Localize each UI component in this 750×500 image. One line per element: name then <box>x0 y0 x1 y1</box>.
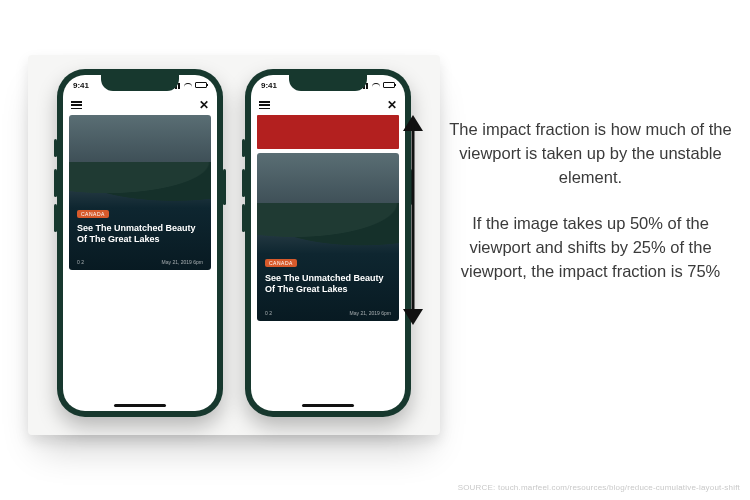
explanation-paragraph-2: If the image takes up 50% of the viewpor… <box>448 212 733 284</box>
notch <box>101 75 179 91</box>
home-indicator <box>114 404 166 407</box>
layout-shift-banner <box>257 115 399 149</box>
notch <box>289 75 367 91</box>
status-time: 9:41 <box>261 81 277 90</box>
meta-right: May 21, 2019 6pm <box>162 259 203 265</box>
meta-left: 0 2 <box>77 259 84 265</box>
app-top-bar: ✕ <box>63 95 217 115</box>
close-icon[interactable]: ✕ <box>199 99 209 111</box>
phone-after-screen: 9:41 ✕ Canada See The Unmatched Beauty O… <box>251 75 405 411</box>
explanation-text: The impact fraction is how much of the v… <box>448 118 733 284</box>
meta-left: 0 2 <box>265 310 272 316</box>
home-indicator <box>302 404 354 407</box>
phone-after: 9:41 ✕ Canada See The Unmatched Beauty O… <box>245 69 411 417</box>
close-icon[interactable]: ✕ <box>387 99 397 111</box>
app-top-bar: ✕ <box>251 95 405 115</box>
article-headline: See The Unmatched Beauty Of The Great La… <box>265 273 391 296</box>
phone-before-screen: 9:41 ✕ Canada See The Unmatched Beauty O… <box>63 75 217 411</box>
meta-right: May 21, 2019 6pm <box>350 310 391 316</box>
phone-comparison-stage: 9:41 ✕ Canada See The Unmatched Beauty O… <box>28 55 440 435</box>
category-tag: Canada <box>265 259 297 267</box>
category-tag: Canada <box>77 210 109 218</box>
wifi-icon <box>372 83 380 91</box>
wifi-icon <box>184 83 192 91</box>
article-card[interactable]: Canada See The Unmatched Beauty Of The G… <box>257 153 399 321</box>
article-card[interactable]: Canada See The Unmatched Beauty Of The G… <box>69 115 211 270</box>
phone-before: 9:41 ✕ Canada See The Unmatched Beauty O… <box>57 69 223 417</box>
battery-icon <box>383 82 395 88</box>
battery-icon <box>195 82 207 88</box>
status-time: 9:41 <box>73 81 89 90</box>
content-area: Canada See The Unmatched Beauty Of The G… <box>251 115 405 401</box>
source-citation: SOURCE: touch.marfeel.com/resources/blog… <box>458 483 740 492</box>
article-headline: See The Unmatched Beauty Of The Great La… <box>77 223 203 246</box>
explanation-paragraph-1: The impact fraction is how much of the v… <box>448 118 733 190</box>
menu-icon[interactable] <box>71 101 82 109</box>
menu-icon[interactable] <box>259 101 270 109</box>
viewport-height-arrow-icon <box>400 115 426 325</box>
content-area: Canada See The Unmatched Beauty Of The G… <box>63 115 217 401</box>
